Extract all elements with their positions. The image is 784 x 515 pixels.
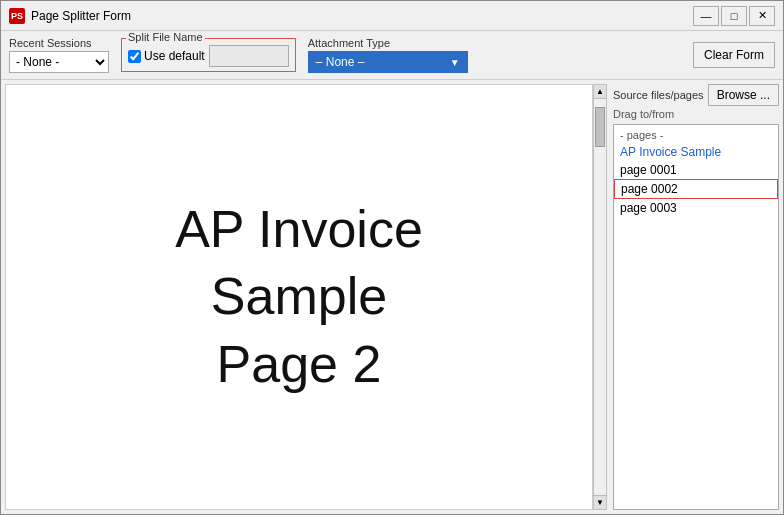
- attachment-dropdown-wrapper: – None – ▼: [308, 51, 468, 73]
- attachment-type-group: Attachment Type – None – ▼: [308, 37, 468, 73]
- preview-wrapper: AP Invoice Sample Page 2 ▲ ▼: [5, 84, 607, 510]
- split-file-input[interactable]: [209, 45, 289, 67]
- file-list: - pages - AP Invoice Sample page 0001 pa…: [613, 124, 779, 510]
- browse-button[interactable]: Browse ...: [708, 84, 779, 106]
- split-file-group: Split File Name Use default: [121, 38, 296, 72]
- clear-form-button[interactable]: Clear Form: [693, 42, 775, 68]
- window-title: Page Splitter Form: [31, 9, 693, 23]
- maximize-button[interactable]: □: [721, 6, 747, 26]
- pages-section-label: - pages -: [614, 127, 778, 143]
- drag-to-from-label: Drag to/from: [613, 108, 779, 120]
- split-file-name-label: Split File Name: [126, 31, 205, 43]
- list-item[interactable]: page 0003: [614, 199, 778, 217]
- list-item[interactable]: page 0002: [614, 179, 778, 199]
- source-files-label: Source files/pages: [613, 89, 704, 101]
- use-default-checkbox[interactable]: [128, 50, 141, 63]
- file-name-item[interactable]: AP Invoice Sample: [614, 143, 778, 161]
- scroll-up-button[interactable]: ▲: [594, 85, 606, 99]
- attachment-dropdown-arrow: ▼: [450, 57, 460, 68]
- preview-text: AP Invoice Sample Page 2: [135, 196, 463, 399]
- recent-sessions-group: Recent Sessions - None -: [9, 37, 109, 73]
- scroll-thumb[interactable]: [595, 107, 605, 147]
- main-content: AP Invoice Sample Page 2 ▲ ▼ Source file…: [1, 80, 783, 514]
- window-controls: — □ ✕: [693, 6, 775, 26]
- minimize-button[interactable]: —: [693, 6, 719, 26]
- scroll-down-button[interactable]: ▼: [594, 495, 606, 509]
- preview-area: AP Invoice Sample Page 2: [5, 84, 593, 510]
- recent-sessions-label: Recent Sessions: [9, 37, 109, 49]
- app-icon: PS: [9, 8, 25, 24]
- split-file-row: Use default: [128, 45, 289, 67]
- close-button[interactable]: ✕: [749, 6, 775, 26]
- use-default-label[interactable]: Use default: [128, 49, 205, 63]
- toolbar: Recent Sessions - None - Split File Name…: [1, 31, 783, 80]
- list-item[interactable]: page 0001: [614, 161, 778, 179]
- recent-sessions-select[interactable]: - None -: [9, 51, 109, 73]
- attachment-type-button[interactable]: – None – ▼: [308, 51, 468, 73]
- attachment-type-label: Attachment Type: [308, 37, 468, 49]
- titlebar: PS Page Splitter Form — □ ✕: [1, 1, 783, 31]
- right-panel: Source files/pages Browse ... Drag to/fr…: [609, 84, 779, 510]
- preview-scrollbar[interactable]: ▲ ▼: [593, 84, 607, 510]
- main-window: PS Page Splitter Form — □ ✕ Recent Sessi…: [0, 0, 784, 515]
- right-panel-header: Source files/pages Browse ...: [613, 84, 779, 106]
